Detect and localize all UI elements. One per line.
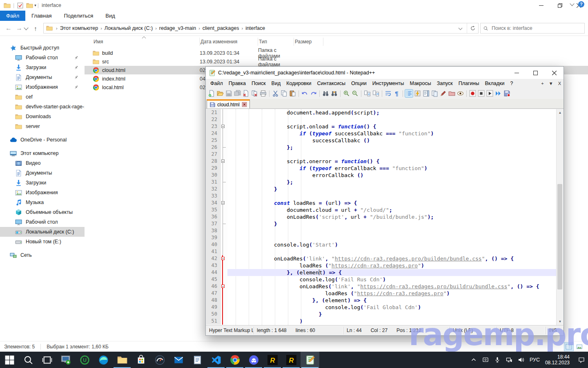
toolbar-docmon-icon[interactable] — [448, 90, 456, 97]
taskbar-file-explorer[interactable] — [113, 352, 131, 368]
toolbar-map-icon[interactable] — [422, 90, 430, 97]
sidebar-item-0[interactable]: Быстрый доступ — [0, 43, 85, 53]
sidebar-item-6[interactable]: devfive-starter-pack-rage-1.1 — [0, 102, 85, 112]
toolbar-run-icon[interactable] — [494, 90, 502, 97]
taskbar-remote-access-app[interactable] — [56, 352, 75, 368]
close-tab-button[interactable]: X — [558, 81, 561, 86]
file-row-build[interactable]: build13.09.2023 01:34Папка с файлами — [85, 49, 588, 57]
toolbar-paste-icon[interactable] — [289, 90, 296, 97]
search-input[interactable] — [491, 25, 582, 31]
code-line-31[interactable]: 31 }; — [206, 179, 556, 186]
menu-11[interactable]: Вкладки — [482, 80, 507, 87]
code-line-30[interactable]: 30 errorCallback () — [206, 172, 556, 179]
breadcrumb-item[interactable]: redage_v3-main — [158, 25, 198, 31]
taskbar-chrome[interactable] — [225, 352, 244, 368]
sidebar-item-1[interactable]: Рабочий стол — [0, 53, 85, 63]
sidebar-item-16[interactable]: Объемные объекты — [0, 207, 85, 217]
taskbar-discord[interactable] — [244, 352, 263, 368]
code-line-36[interactable]: 36 onLoadRes('script', url + "/build/bun… — [206, 213, 556, 220]
sidebar-item-18[interactable]: Локальный диск (C:) — [0, 227, 85, 237]
toolbar-stop-icon[interactable] — [477, 90, 485, 97]
toolbar-saveall-icon[interactable] — [234, 90, 241, 97]
taskbar-vscode[interactable] — [207, 352, 225, 368]
menu-9[interactable]: Запуск — [434, 80, 456, 87]
code-line-27[interactable]: 27 — [206, 151, 556, 158]
back-button[interactable]: ← — [3, 25, 14, 32]
qat-customize-icon[interactable]: ▾ — [34, 3, 36, 7]
taskbar-search[interactable] — [19, 352, 38, 368]
tray-overflow-icon[interactable] — [470, 357, 477, 363]
toolbar-syncv-icon[interactable] — [363, 90, 371, 97]
sidebar-item-13[interactable]: Загрузки — [0, 178, 85, 188]
code-line-33[interactable]: 33 — [206, 193, 556, 200]
address-bar[interactable]: › Этот компьютер›Локальный диск (C:)›red… — [43, 23, 479, 34]
toolbar-redo-icon[interactable] — [310, 90, 317, 97]
toolbar-find-icon[interactable] — [322, 90, 330, 97]
help-icon[interactable]: ? — [578, 1, 585, 8]
forward-button[interactable]: → — [14, 25, 24, 32]
taskbar-notepad-plus-plus[interactable] — [301, 352, 319, 368]
toolbar-new-icon[interactable] — [208, 90, 216, 97]
taskbar-edge[interactable] — [94, 352, 113, 368]
editor[interactable]: 21 document.head.append(script);2223 scr… — [206, 109, 563, 325]
code-line-28[interactable]: 28 script.onerror = function() { — [206, 158, 556, 165]
refresh-button[interactable] — [467, 23, 478, 33]
sidebar-item-7[interactable]: Downloads — [0, 112, 85, 121]
new-tab-button[interactable]: + — [541, 81, 543, 86]
tab-list-button[interactable]: ▼ — [549, 81, 553, 86]
scroll-up-icon[interactable]: ▲ — [557, 109, 563, 116]
recent-locations-icon[interactable] — [24, 25, 28, 30]
code-line-50[interactable]: 50 } — [206, 311, 556, 318]
code-line-40[interactable]: 40 console.log('Start') — [206, 241, 556, 248]
sidebar-item-17[interactable]: Рабочий стол — [0, 217, 85, 227]
npp-close-button[interactable] — [545, 67, 564, 79]
code-line-42[interactable]: 42 onLoadRes('link', "https://cdn-ra3.re… — [206, 255, 556, 262]
menu-4[interactable]: Кодировки — [283, 80, 314, 87]
volume-icon[interactable] — [518, 357, 524, 363]
scroll-down-icon[interactable]: ▼ — [557, 318, 563, 325]
fold-box-icon[interactable] — [221, 125, 225, 128]
code-line-49[interactable]: 49 console.log('Fail Global Cdn') — [206, 304, 556, 311]
menu-12[interactable]: ? — [507, 80, 516, 87]
sidebar-item-5[interactable]: cef — [0, 92, 85, 102]
column-header-date[interactable]: Дата изменения — [200, 38, 258, 46]
ribbon-tab-0[interactable]: Файл — [0, 11, 25, 21]
taskbar-rage-mp[interactable]: R — [263, 352, 282, 368]
code-line-34[interactable]: 34 const loadRes = (url) => { — [206, 200, 556, 206]
code-line-44[interactable]: 44 }, (element) => { — [206, 269, 556, 276]
code-line-38[interactable]: 38 — [206, 227, 556, 234]
sidebar-item-8[interactable]: server — [0, 121, 85, 131]
code-line-24[interactable]: 24 if (typeof successCallbakc === "funct… — [206, 130, 556, 137]
toolbar-rec-icon[interactable] — [469, 90, 477, 97]
sidebar-item-12[interactable]: Документы — [0, 168, 85, 178]
code-line-45[interactable]: 45 console.log('Fail Rus Cdn') — [206, 276, 556, 283]
toolbar-para-icon[interactable]: ¶ — [393, 90, 401, 97]
code-line-51[interactable]: 51 ) — [206, 318, 556, 325]
column-header-size[interactable]: Размер — [294, 38, 323, 46]
npp-maximize-button[interactable] — [526, 67, 545, 79]
toolbar-guide-icon[interactable] — [405, 90, 413, 97]
qat-properties-icon[interactable] — [17, 2, 24, 9]
toolbar-print-icon[interactable] — [259, 90, 267, 97]
menu-8[interactable]: Макросы — [407, 80, 434, 87]
language-indicator[interactable]: РУС — [530, 357, 540, 363]
action-center-icon[interactable] — [578, 357, 585, 363]
file-row-src[interactable]: src13.09.2023 01:34Папка с файлами — [85, 57, 588, 66]
status-encoding[interactable]: UTF-8 — [497, 327, 546, 334]
toolbar-undo-icon[interactable] — [301, 90, 309, 97]
taskbar-rage-mp-2[interactable]: R — [282, 352, 301, 368]
code-line-26[interactable]: 26 }; — [206, 144, 556, 151]
taskbar-start[interactable] — [0, 352, 19, 368]
taskbar-task-view[interactable] — [38, 352, 56, 368]
menu-7[interactable]: Инструменты — [370, 80, 407, 87]
ribbon-tab-3[interactable]: Вид — [99, 11, 121, 21]
scrollbar-thumb[interactable] — [557, 184, 562, 289]
tab-cloud-html[interactable]: cloud.html — [207, 99, 250, 108]
restore-button[interactable] — [550, 0, 569, 11]
taskbar-utorrent-app[interactable]: U — [75, 352, 94, 368]
qat-new-folder-icon[interactable] — [26, 2, 33, 9]
code-line-22[interactable]: 22 — [206, 116, 556, 123]
code-line-21[interactable]: 21 document.head.append(script); — [206, 109, 556, 116]
status-insert-mode[interactable]: INS — [546, 327, 564, 334]
toolbar-replace-icon[interactable] — [330, 90, 338, 97]
